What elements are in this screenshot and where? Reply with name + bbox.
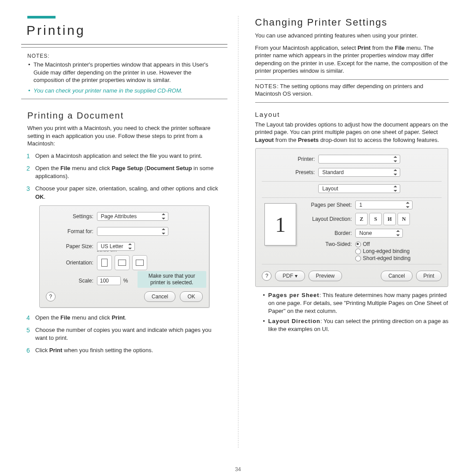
layout-feature-list: Pages per Sheet: This feature determines… xyxy=(249,291,455,333)
notes-list: The Macintosh printer's properties windo… xyxy=(21,61,227,94)
page-preview-icon: 1 xyxy=(264,203,296,245)
ok-button[interactable]: OK xyxy=(180,291,202,302)
percent-sign: % xyxy=(123,278,128,284)
border-label: Border: xyxy=(302,230,355,236)
intro-paragraph: From your Macintosh application, select … xyxy=(255,44,449,75)
left-column: Printing NOTES: The Macintosh printer's … xyxy=(21,16,227,448)
scale-label: Scale: xyxy=(46,278,97,284)
settings-popup[interactable]: Page Attributes xyxy=(97,212,168,221)
pages-per-sheet-popup[interactable]: 1 xyxy=(355,201,413,209)
direction-z-button[interactable]: Z xyxy=(355,213,368,225)
portrait-icon xyxy=(101,259,108,267)
right-column: Changing Printer Settings You can use ad… xyxy=(249,16,455,448)
pane-popup[interactable]: Layout xyxy=(318,184,400,193)
list-item: Layout Direction: You can select the pri… xyxy=(268,317,449,333)
two-sided-short-radio[interactable]: Short-edged binding xyxy=(355,255,410,261)
print-dialog: Printer: Presets: Standard Layout 1 Page… xyxy=(255,148,448,287)
presets-popup[interactable]: Standard xyxy=(318,168,400,177)
radio-dot-icon xyxy=(355,256,361,261)
cancel-button[interactable]: Cancel xyxy=(381,271,412,281)
column-separator xyxy=(238,16,238,448)
orientation-reverse-landscape-button[interactable] xyxy=(132,255,147,270)
paper-size-label: Paper Size: xyxy=(46,243,97,249)
layout-heading: Layout xyxy=(255,111,449,118)
radio-dot-icon xyxy=(355,249,361,254)
layout-intro: The Layout tab provides options to adjus… xyxy=(255,121,449,144)
direction-s-button[interactable]: S xyxy=(369,213,382,225)
step-5: 5Choose the number of copies you want an… xyxy=(35,326,221,342)
step-4: 4Open the File menu and click Print. xyxy=(35,314,221,322)
direction-n2-button[interactable]: N xyxy=(398,213,410,225)
two-sided-off-radio[interactable]: Off xyxy=(355,241,410,247)
landscape-reverse-icon xyxy=(136,260,144,266)
printer-label: Printer: xyxy=(262,156,318,162)
print-button[interactable]: Print xyxy=(416,271,442,281)
steps-1-3: 1Open a Macintosh application and select… xyxy=(21,152,227,201)
step-3: 3Choose your paper size, orientation, sc… xyxy=(35,185,221,201)
two-sided-label: Two-Sided: xyxy=(302,241,355,247)
cancel-button[interactable]: Cancel xyxy=(144,291,175,302)
format-for-label: Format for: xyxy=(46,228,97,234)
note-item: You can check your printer name in the s… xyxy=(33,87,221,95)
intro-paragraph: You can use advanced printing features w… xyxy=(255,32,449,40)
landscape-icon xyxy=(118,260,126,266)
two-sided-long-radio[interactable]: Long-edged binding xyxy=(355,248,410,254)
section-title-printing: Printing xyxy=(21,23,227,41)
section-title-changing-settings: Changing Printer Settings xyxy=(255,17,449,28)
preview-button[interactable]: Preview xyxy=(309,271,342,281)
pages-per-sheet-label: Pages per Sheet: xyxy=(302,202,355,208)
presets-label: Presets: xyxy=(262,169,318,175)
pdf-button[interactable]: PDF ▾ xyxy=(275,271,305,281)
intro-paragraph: When you print with a Macintosh, you nee… xyxy=(27,124,221,148)
help-button[interactable]: ? xyxy=(262,271,271,281)
format-for-popup[interactable] xyxy=(97,227,168,236)
note-item: The Macintosh printer's properties windo… xyxy=(33,61,221,84)
orientation-landscape-button[interactable] xyxy=(115,255,130,270)
step-6: 6Click Print when you finish setting the… xyxy=(35,346,221,354)
page-number: 34 xyxy=(0,466,476,472)
step-2: 2Open the File menu and click Page Setup… xyxy=(35,164,221,180)
steps-4-6: 4Open the File menu and click Print. 5Ch… xyxy=(21,314,227,355)
direction-n1-button[interactable]: И xyxy=(383,213,396,225)
notes-label: NOTES: xyxy=(27,53,227,59)
printer-popup[interactable] xyxy=(318,155,400,164)
layout-direction-label: Layout Direction: xyxy=(302,216,355,222)
radio-dot-icon xyxy=(355,242,361,247)
help-button[interactable]: ? xyxy=(46,292,56,301)
page-setup-dialog: Settings: Page Attributes Format for: Pa… xyxy=(39,205,209,308)
border-popup[interactable]: None xyxy=(355,229,403,238)
notes-paragraph: NOTES: The setting options may differ de… xyxy=(255,82,449,98)
scale-input[interactable]: 100 xyxy=(97,276,121,285)
accent-tab xyxy=(27,16,56,19)
subheading-printing-document: Printing a Document xyxy=(27,111,227,121)
step-1: 1Open a Macintosh application and select… xyxy=(35,152,221,160)
orientation-label: Orientation: xyxy=(46,260,97,266)
orientation-portrait-button[interactable] xyxy=(97,255,112,270)
paper-size-popup[interactable]: US Letter xyxy=(97,242,135,251)
settings-label: Settings: xyxy=(46,213,97,219)
list-item: Pages per Sheet: This feature determines… xyxy=(268,291,449,315)
